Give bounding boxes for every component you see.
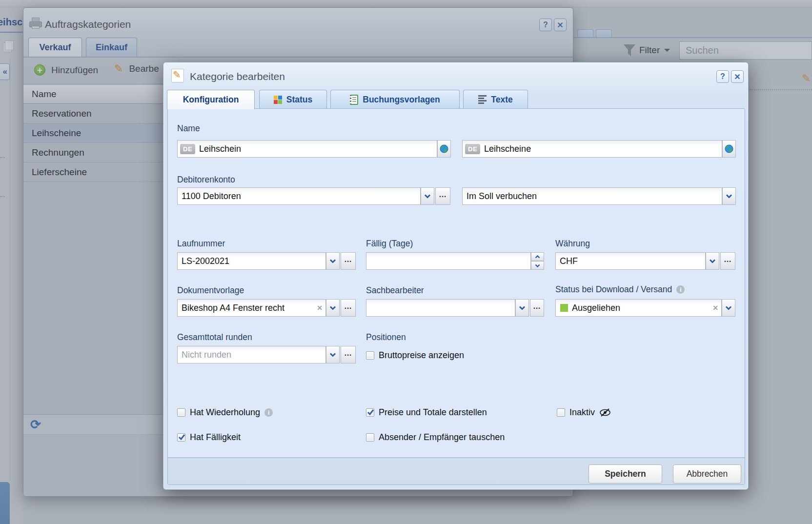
close-icon: ✕ xyxy=(734,72,740,81)
sachbearbeiter-browse-trigger[interactable]: … xyxy=(530,299,544,317)
tab-status[interactable]: Status xyxy=(259,90,327,109)
waehrung-combo[interactable]: CHF xyxy=(555,252,706,270)
sachbearbeiter-label: Sachbearbeiter xyxy=(366,285,424,296)
sachbearbeiter-input[interactable] xyxy=(366,300,515,316)
chevron-up-icon xyxy=(535,255,540,259)
checkbox-label: Absender / Empfänger tauschen xyxy=(379,432,505,443)
info-icon: i xyxy=(676,285,685,294)
dialog-help-button[interactable]: ? xyxy=(716,70,729,83)
tab-label: Buchungsvorlagen xyxy=(363,95,440,105)
status-label: Status bei Download / Versand xyxy=(555,284,672,295)
dokumentvorlage-label: Dokumentvorlage xyxy=(177,285,244,296)
spinner-up-button[interactable] xyxy=(531,252,544,261)
cancel-label: Abbrechen xyxy=(687,469,728,479)
tab-label: Status xyxy=(286,95,312,105)
checkbox[interactable] xyxy=(177,408,185,417)
edit-page-icon: ✎ xyxy=(171,69,184,82)
dokumentvorlage-dropdown-trigger[interactable] xyxy=(326,299,340,317)
sachbearbeiter-dropdown-trigger[interactable] xyxy=(515,299,529,317)
checkbox-label: Preise und Totale darstellen xyxy=(379,407,487,418)
text-lines-icon xyxy=(478,94,487,105)
chevron-down-icon xyxy=(535,264,540,267)
globe-icon xyxy=(440,144,448,153)
checkbox-label: Hat Fälligkeit xyxy=(190,432,241,443)
gesamttotal-combo[interactable] xyxy=(177,346,326,363)
tab-texte[interactable]: Texte xyxy=(463,90,528,109)
save-button[interactable]: Speichern xyxy=(589,464,662,484)
hat-wiederholung-checkbox-row[interactable]: Hat Wiederholung i xyxy=(177,407,273,418)
checkbox[interactable] xyxy=(177,433,185,442)
debitorenkonto-dropdown-trigger[interactable] xyxy=(421,187,434,205)
tab-label: Texte xyxy=(491,95,512,105)
booking-mode-dropdown-trigger[interactable] xyxy=(722,187,736,205)
laufnummer-combo[interactable]: LS-2002021 xyxy=(177,252,326,270)
checkbox-label: Inaktiv xyxy=(569,407,595,418)
ellipsis-icon: … xyxy=(533,302,541,311)
chevron-down-icon xyxy=(424,194,431,199)
waehrung-label: Währung xyxy=(555,239,590,249)
inaktiv-checkbox-row[interactable]: Inaktiv xyxy=(557,407,611,418)
select-value: Im Soll verbuchen xyxy=(463,191,541,202)
checkbox[interactable] xyxy=(366,408,374,417)
spinner-down-button[interactable] xyxy=(531,261,544,270)
faellig-spinner-field[interactable] xyxy=(366,252,531,270)
save-label: Speichern xyxy=(605,469,646,479)
tab-buchungsvorlagen[interactable]: Buchungsvorlagen xyxy=(330,90,460,109)
name-de-field-2[interactable]: DE xyxy=(462,140,722,158)
dialog-title: Kategorie bearbeiten xyxy=(190,71,285,82)
tab-label: Konfiguration xyxy=(183,95,239,105)
status-dropdown-trigger[interactable] xyxy=(722,299,735,317)
name-input-2[interactable] xyxy=(480,141,722,157)
gesamttotal-browse-trigger[interactable]: … xyxy=(341,346,356,363)
hat-faelligkeit-checkbox-row[interactable]: Hat Fälligkeit xyxy=(177,432,241,443)
debitorenkonto-browse-trigger[interactable]: … xyxy=(435,187,450,205)
chevron-down-icon xyxy=(519,306,526,310)
ellipsis-icon: … xyxy=(439,190,447,199)
dokumentvorlage-combo[interactable]: Bikeshop A4 Fenster recht ✕ xyxy=(177,299,326,317)
name-input-1[interactable] xyxy=(195,141,437,157)
language-badge: DE xyxy=(180,144,195,154)
screen: eihsc « Filter ✎ Auftra xyxy=(0,0,812,524)
ellipsis-icon: … xyxy=(344,255,352,264)
bruttopreise-checkbox-row[interactable]: Bruttopreise anzeigen xyxy=(366,350,464,361)
absender-tauschen-checkbox-row[interactable]: Absender / Empfänger tauschen xyxy=(366,432,505,443)
gesamttotal-input[interactable] xyxy=(178,346,325,363)
cancel-button[interactable]: Abbrechen xyxy=(673,464,741,484)
waehrung-browse-trigger[interactable]: … xyxy=(720,252,735,270)
chevron-down-icon xyxy=(709,259,716,263)
sachbearbeiter-combo[interactable] xyxy=(366,299,515,317)
dokumentvorlage-browse-trigger[interactable]: … xyxy=(341,299,356,317)
clear-icon[interactable]: ✕ xyxy=(317,304,323,312)
laufnummer-browse-trigger[interactable]: … xyxy=(341,252,356,270)
translate-button[interactable] xyxy=(722,140,736,158)
preise-totale-checkbox-row[interactable]: Preise und Totale darstellen xyxy=(366,407,487,418)
ellipsis-icon: … xyxy=(344,349,352,358)
waehrung-dropdown-trigger[interactable] xyxy=(706,252,719,270)
status-combo[interactable]: Ausgeliehen ✕ xyxy=(555,299,722,317)
checkbox[interactable] xyxy=(557,408,565,417)
laufnummer-label: Laufnummer xyxy=(177,239,225,249)
combo-value: LS-2002021 xyxy=(178,256,233,266)
language-badge: DE xyxy=(465,144,480,154)
faellig-input[interactable] xyxy=(366,253,530,269)
status-label-row: Status bei Download / Versand i xyxy=(555,284,685,295)
konfiguration-panel: Name DE DE xyxy=(167,108,745,485)
status-colors-icon xyxy=(274,96,282,104)
translate-button[interactable] xyxy=(437,140,451,158)
gesamttotal-dropdown-trigger[interactable] xyxy=(326,346,340,363)
booking-mode-select[interactable]: Im Soll verbuchen xyxy=(462,187,722,205)
check-icon xyxy=(366,408,375,416)
eye-slash-icon xyxy=(599,408,611,417)
checkbox-label: Bruttopreise anzeigen xyxy=(379,350,464,361)
positionen-label: Positionen xyxy=(366,332,406,343)
dialog-close-button[interactable]: ✕ xyxy=(731,70,744,83)
gesamttotal-label: Gesamttotal runden xyxy=(177,332,252,343)
tab-konfiguration[interactable]: Konfiguration xyxy=(167,90,255,109)
checkbox[interactable] xyxy=(366,351,374,360)
clear-icon[interactable]: ✕ xyxy=(712,304,718,312)
globe-icon xyxy=(725,144,733,153)
name-de-field-1[interactable]: DE xyxy=(177,140,437,158)
debitorenkonto-combo[interactable]: 1100 Debitoren xyxy=(177,187,421,205)
laufnummer-dropdown-trigger[interactable] xyxy=(326,252,340,270)
checkbox[interactable] xyxy=(366,433,374,442)
